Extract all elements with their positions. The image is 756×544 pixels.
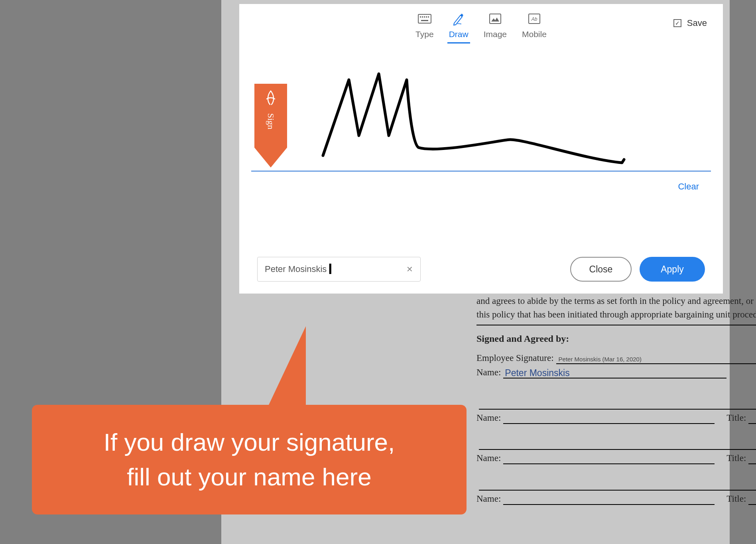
svg-marker-11 (266, 271, 306, 407)
tab-image[interactable]: Image (482, 12, 508, 39)
title-line-3[interactable] (748, 455, 756, 464)
title-line-2[interactable] (748, 415, 756, 424)
title-label-3: Title: (726, 452, 746, 464)
doc-paragraph-2: this policy that has been initiated thro… (476, 309, 756, 321)
signature-line-4[interactable] (479, 482, 756, 491)
instruction-callout: If you draw your signature, fill out you… (32, 405, 467, 514)
name-title-row-4: Name: Title: (476, 493, 756, 505)
title-section-3: Title: (726, 452, 756, 464)
text-cursor-icon: I (328, 262, 332, 276)
svg-rect-6 (421, 20, 428, 21)
employee-signature-label: Employee Signature: (476, 352, 554, 364)
signature-modal: Type Draw Image Ab Mobile ✓ Save (239, 4, 723, 294)
signature-line[interactable]: Peter Mosinskis (Mar 16, 2020) (556, 355, 756, 364)
tab-mobile[interactable]: Ab Mobile (520, 12, 548, 39)
sign-tab-label: Sign (266, 113, 276, 129)
name-label-4: Name: (476, 493, 501, 505)
tab-type[interactable]: Type (414, 12, 435, 39)
close-button[interactable]: Close (570, 257, 632, 282)
save-checkbox-group[interactable]: ✓ Save (673, 18, 707, 28)
svg-rect-7 (490, 14, 501, 24)
title-line-4[interactable] (748, 496, 756, 505)
clear-button[interactable]: Clear (239, 171, 723, 192)
mobile-icon: Ab (527, 12, 542, 26)
image-icon (488, 12, 503, 26)
tab-draw[interactable]: Draw (447, 12, 470, 43)
name-line-2[interactable] (503, 415, 715, 424)
svg-text:Ab: Ab (531, 16, 537, 22)
tab-image-label: Image (484, 30, 507, 39)
modal-footer: Peter Mosinskis I ✕ Close Apply (239, 257, 723, 282)
tab-type-label: Type (415, 30, 434, 39)
callout-text: If you draw your signature, fill out you… (104, 425, 395, 495)
title-section-2: Title: (726, 412, 756, 424)
clear-input-icon[interactable]: ✕ (406, 264, 413, 274)
svg-rect-2 (422, 16, 423, 18)
tab-draw-label: Draw (449, 30, 469, 39)
svg-rect-4 (426, 16, 427, 18)
save-checkbox[interactable]: ✓ (673, 19, 681, 27)
svg-rect-0 (418, 14, 431, 23)
signature-row-4: Date: (476, 479, 756, 491)
divider-line (476, 325, 756, 325)
keyboard-icon (417, 12, 432, 26)
pen-icon (451, 12, 466, 26)
name-label: Name: (476, 367, 501, 378)
name-title-row-3: Name: Title: (476, 452, 756, 464)
svg-rect-5 (428, 16, 429, 18)
signature-value: Peter Mosinskis (Mar 16, 2020) (559, 355, 642, 363)
save-label: Save (687, 18, 707, 28)
name-row: Name: Peter Mosinskis (476, 367, 756, 378)
name-label-2: Name: (476, 412, 501, 424)
name-line[interactable]: Peter Mosinskis (503, 369, 726, 378)
signature-row-3: Date: (476, 438, 756, 450)
svg-rect-1 (420, 16, 421, 18)
callout-pointer (254, 271, 306, 407)
signature-line-3[interactable] (479, 441, 756, 450)
name-line-3[interactable] (503, 455, 715, 464)
signature-drawing (315, 64, 642, 168)
signature-canvas[interactable] (251, 52, 711, 171)
signed-agreed-label: Signed and Agreed by: (476, 333, 756, 345)
doc-paragraph-1: and agrees to abide by the terms as set … (476, 295, 756, 307)
title-label-4: Title: (726, 493, 746, 505)
employee-signature-row: Employee Signature: Peter Mosinskis (Mar… (476, 352, 756, 364)
svg-marker-8 (491, 18, 499, 22)
svg-rect-3 (424, 16, 425, 18)
name-line-4[interactable] (503, 496, 715, 505)
adobe-sign-icon (264, 89, 278, 106)
name-value: Peter Mosinskis (505, 367, 569, 379)
signature-line-2[interactable] (479, 401, 756, 410)
signature-row-2: Date: (476, 398, 756, 410)
name-label-3: Name: (476, 452, 501, 464)
title-section-4: Title: (726, 493, 756, 505)
sign-arrow-tab: Sign (254, 84, 287, 170)
apply-button[interactable]: Apply (640, 257, 705, 282)
name-title-row-2: Name: Title: (476, 412, 756, 424)
modal-tabs: Type Draw Image Ab Mobile ✓ Save (239, 4, 723, 52)
title-label-2: Title: (726, 412, 746, 424)
tab-mobile-label: Mobile (522, 30, 547, 39)
document-content: and agrees to abide by the terms as set … (476, 295, 756, 507)
